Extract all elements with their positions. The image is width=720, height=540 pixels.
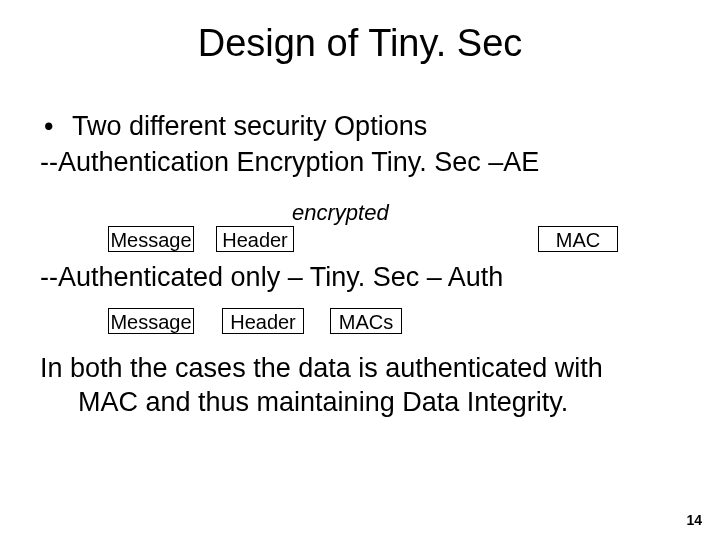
- box-header: Header: [222, 308, 304, 334]
- box-message: Message: [108, 226, 194, 252]
- slide: Design of Tiny. Sec • Two different secu…: [0, 0, 720, 540]
- box-message: Message: [108, 308, 194, 334]
- page-number: 14: [686, 512, 702, 528]
- body-text: • Two different security Options --Authe…: [40, 110, 680, 180]
- slide-title: Design of Tiny. Sec: [0, 22, 720, 65]
- bullet-text: Two different security Options: [72, 110, 680, 144]
- box-mac: MAC: [538, 226, 618, 252]
- diagram-row-auth: Message Header MACs: [0, 308, 720, 338]
- bullet-dot: •: [40, 110, 72, 144]
- diagram-row-ae: Message Header MAC: [0, 226, 720, 256]
- bullet-item: • Two different security Options: [40, 110, 680, 144]
- closing-line-1: In both the cases the data is authentica…: [40, 352, 680, 386]
- encrypted-label: encrypted: [292, 200, 389, 226]
- line-ae: --Authentication Encryption Tiny. Sec –A…: [40, 146, 680, 180]
- box-macs: MACs: [330, 308, 402, 334]
- closing-line-2: MAC and thus maintaining Data Integrity.: [40, 386, 680, 420]
- box-header: Header: [216, 226, 294, 252]
- closing-text: In both the cases the data is authentica…: [40, 352, 680, 420]
- line-auth: --Authenticated only – Tiny. Sec – Auth: [40, 262, 680, 293]
